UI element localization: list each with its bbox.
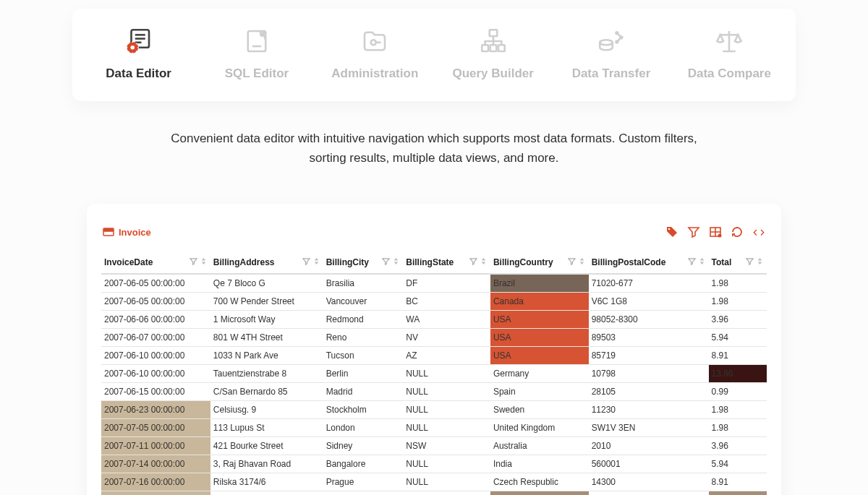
cell-billing-country[interactable]: Germany [490,365,589,383]
column-controls[interactable] [302,257,320,265]
cell-billing-address[interactable]: Tauentzienstrabe 8 [210,365,323,383]
cell-total[interactable]: 1.98 [709,419,767,437]
cell-total[interactable]: 13.86 [709,491,767,495]
column-controls[interactable] [746,257,764,265]
cell-billing-address[interactable]: 421 Bourke Street [210,437,323,455]
cell-billing-postal[interactable]: 85719 [589,347,709,365]
cell-billing-country[interactable]: Sweden [490,401,589,419]
cell-billing-country[interactable]: India [490,455,589,473]
column-header-state[interactable]: BillingState [403,251,490,274]
cell-billing-state[interactable]: NULL [403,365,490,383]
cell-billing-address[interactable]: 700 W Pender Street [210,491,323,495]
table-row[interactable]: 2007-06-07 00:00:00801 W 4TH StreetRenoN… [101,329,767,347]
cell-billing-city[interactable]: Prague [323,473,404,491]
cell-billing-postal[interactable]: 10798 [589,365,709,383]
cell-billing-city[interactable]: Brasilia [323,274,404,293]
tab-query-builder[interactable]: Query Builder [435,26,551,81]
table-row[interactable]: 2007-06-15 00:00:00C/San Bernardo 85Madr… [101,383,767,401]
cell-billing-postal[interactable]: 14300 [589,473,709,491]
tag-tool-icon[interactable] [665,225,678,238]
filter-tool-icon[interactable] [687,225,700,238]
cell-billing-country[interactable]: USA [490,329,589,347]
sort-icon[interactable] [698,257,706,265]
table-row[interactable]: 2007-07-16 00:00:00Rilska 3174/6PragueNU… [101,473,767,491]
cell-invoice-date[interactable]: 2007-06-07 00:00:00 [101,329,210,347]
sort-icon[interactable] [480,257,488,265]
cell-billing-state[interactable]: AZ [403,347,490,365]
column-controls[interactable] [382,257,400,265]
cell-billing-address[interactable]: Qe 7 Bloco G [210,274,323,293]
cell-billing-city[interactable]: Bangalore [323,455,404,473]
cell-billing-city[interactable]: Tucson [323,347,404,365]
cell-billing-city[interactable]: Madrid [323,383,404,401]
filter-icon[interactable] [688,257,696,265]
refresh-tool-icon[interactable] [731,225,744,238]
cell-total[interactable]: 13.86 [709,365,767,383]
cell-billing-country[interactable]: Brazil [490,274,589,293]
column-header-postal[interactable]: BillingPostalCode [589,251,709,274]
cell-billing-country[interactable]: United Kingdom [490,419,589,437]
sort-icon[interactable] [392,257,400,265]
column-controls[interactable] [469,257,488,265]
cell-invoice-date[interactable]: 2007-06-10 00:00:00 [101,365,210,383]
cell-total[interactable]: 1.98 [709,401,767,419]
cell-billing-address[interactable]: 801 W 4TH Street [210,329,323,347]
table-row[interactable]: 2007-06-05 00:00:00Qe 7 Bloco GBrasiliaD… [101,274,767,293]
cell-total[interactable]: 3.96 [709,311,767,329]
cell-billing-address[interactable]: 1033 N Park Ave [210,347,323,365]
cell-invoice-date[interactable]: 2007-07-14 00:00:00 [101,455,210,473]
table-row[interactable]: 2007-06-10 00:00:00Tauentzienstrabe 8Ber… [101,365,767,383]
column-header-addr[interactable]: BillingAddress [210,251,323,274]
tab-data-compare[interactable]: Data Compare [671,26,787,81]
cell-billing-state[interactable]: NULL [403,473,490,491]
cell-billing-city[interactable]: Berlin [323,365,404,383]
filter-icon[interactable] [190,257,197,265]
table-row[interactable]: 2007-07-20 00:00:00700 W Pender StreetVa… [101,491,767,495]
cell-invoice-date[interactable]: 2007-07-11 00:00:00 [101,437,210,455]
table-row[interactable]: 2007-07-05 00:00:00113 Lupus StLondonNUL… [101,419,767,437]
cell-invoice-date[interactable]: 2007-07-05 00:00:00 [101,419,210,437]
cell-billing-city[interactable]: Reno [323,329,404,347]
cell-billing-city[interactable]: Vancouver [323,491,404,495]
cell-billing-state[interactable]: NV [403,329,490,347]
column-controls[interactable] [190,257,208,265]
cell-billing-postal[interactable]: 28105 [589,383,709,401]
cell-billing-postal[interactable]: 2010 [589,437,709,455]
cell-invoice-date[interactable]: 2007-06-06 00:00:00 [101,311,210,329]
filter-icon[interactable] [469,257,477,265]
cell-billing-state[interactable]: NULL [403,401,490,419]
cell-total[interactable]: 1.98 [709,293,767,311]
filter-icon[interactable] [568,257,576,265]
filter-icon[interactable] [382,257,390,265]
filter-icon[interactable] [746,257,754,265]
cell-billing-state[interactable]: BC [403,491,490,495]
cell-billing-state[interactable]: DF [403,274,490,293]
cell-invoice-date[interactable]: 2007-06-05 00:00:00 [101,274,210,293]
cell-billing-state[interactable]: BC [403,293,490,311]
cell-total[interactable]: 1.98 [709,274,767,293]
cell-billing-postal[interactable]: SW1V 3EN [589,419,709,437]
cell-billing-city[interactable]: Vancouver [323,293,404,311]
cell-total[interactable]: 0.99 [709,383,767,401]
cell-invoice-date[interactable]: 2007-06-10 00:00:00 [101,347,210,365]
cell-billing-postal[interactable]: V6C 1G8 [589,491,709,495]
cell-billing-postal[interactable]: 560001 [589,455,709,473]
sort-icon[interactable] [312,257,320,265]
cell-invoice-date[interactable]: 2007-07-20 00:00:00 [101,491,210,495]
column-controls[interactable] [688,257,706,265]
cell-billing-state[interactable]: NULL [403,455,490,473]
table-row[interactable]: 2007-06-06 00:00:001 Microsoft WayRedmon… [101,311,767,329]
column-header-city[interactable]: BillingCity [323,251,404,274]
cell-billing-state[interactable]: NULL [403,383,490,401]
table-row[interactable]: 2007-06-10 00:00:001033 N Park AveTucson… [101,347,767,365]
cell-invoice-date[interactable]: 2007-06-15 00:00:00 [101,383,210,401]
sort-icon[interactable] [578,257,586,265]
cell-billing-address[interactable]: 1 Microsoft Way [210,311,323,329]
cell-invoice-date[interactable]: 2007-06-23 00:00:00 [101,401,210,419]
cell-total[interactable]: 5.94 [709,455,767,473]
cell-billing-city[interactable]: Sidney [323,437,404,455]
cell-billing-postal[interactable]: 11230 [589,401,709,419]
grid-tool-icon[interactable] [709,225,722,238]
cell-billing-address[interactable]: 3, Raj Bhavan Road [210,455,323,473]
cell-billing-country[interactable]: Canada [490,491,589,495]
